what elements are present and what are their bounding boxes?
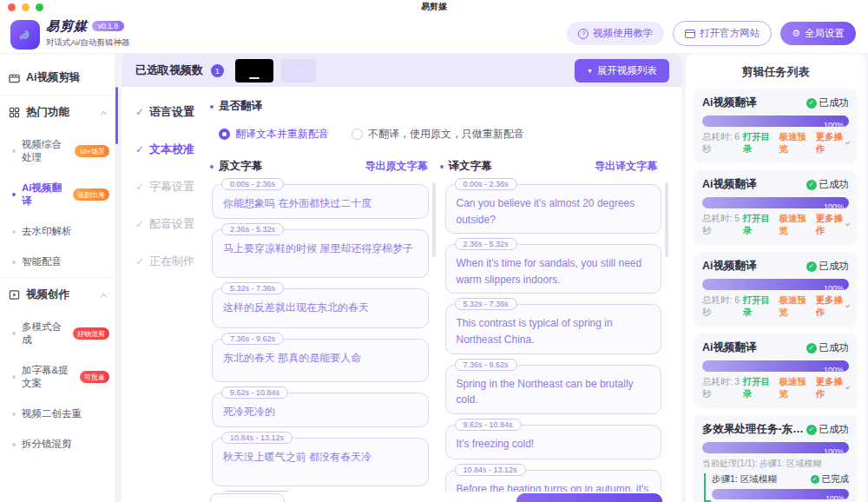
- task-card: Ai视频翻译 ✓ 已成功 100% 总耗时: 5 秒 打开目录 极速预览 更多操…: [694, 170, 857, 244]
- app-tagline: 对话式Ai/自动剪辑神器: [46, 37, 130, 49]
- chevron-down-icon: [845, 140, 850, 144]
- scrollbar[interactable]: [665, 182, 668, 257]
- sidebar-item-video-processing[interactable]: 视频综合处理 10+场景: [0, 129, 115, 173]
- step-language-settings[interactable]: ✓ 语言设置: [135, 104, 205, 120]
- bullet-dot: [12, 413, 16, 416]
- source-subtitle-card[interactable]: 5.32s - 7.36s 这样的反差就出现在东北的春天: [212, 288, 429, 328]
- sidebar-item-ai-video-translate[interactable]: Ai视频翻译 短剧出海: [0, 173, 115, 216]
- video-thumbnail[interactable]: [235, 59, 273, 83]
- window-title: 易剪媒: [0, 1, 868, 13]
- step-label: 字幕设置: [149, 179, 194, 195]
- open-directory-link[interactable]: 打开目录: [743, 376, 773, 400]
- gear-icon: ⚙: [792, 29, 800, 38]
- expand-video-list-label: 展开视频列表: [597, 64, 657, 77]
- open-directory-link[interactable]: 打开目录: [743, 294, 773, 319]
- more-actions-link[interactable]: 更多操作: [815, 213, 849, 237]
- more-actions-link[interactable]: 更多操作: [815, 131, 849, 155]
- target-subtitle-card[interactable]: 9.62s - 10.84s It's freezing cold!: [445, 425, 662, 459]
- step-dubbing-settings[interactable]: ✓ 配音设置: [135, 216, 205, 232]
- progress-value: 100%: [824, 121, 844, 129]
- step-producing[interactable]: ✓ 正在制作: [135, 254, 205, 269]
- open-directory-link[interactable]: 打开目录: [743, 213, 773, 237]
- progress-value: 100%: [825, 494, 845, 502]
- substep-label: 步骤1: 区域模糊: [712, 473, 777, 485]
- feature-badge: 短剧出海: [73, 188, 109, 201]
- export-target-subtitles-link[interactable]: 导出译文字幕: [595, 159, 657, 174]
- target-subtitle-card[interactable]: 2.36s - 5.32s When it's time for sandals…: [445, 244, 662, 294]
- task-status: 已成功: [819, 341, 850, 354]
- progress-bar: 100%: [702, 442, 849, 453]
- target-subtitle-card[interactable]: 5.32s - 7.36s This contrast is typical o…: [445, 304, 662, 353]
- source-subtitle-card[interactable]: 10.84s - 13.12s 秋天没上暖气之前 都没有春天冷: [212, 438, 429, 486]
- quick-preview-link[interactable]: 极速预览: [779, 213, 809, 237]
- sidebar-item-ai-video-edit[interactable]: Ai视频剪辑: [0, 61, 115, 95]
- more-actions-label: 更多操作: [815, 294, 844, 319]
- progress-bar: 100%: [702, 360, 849, 372]
- source-subtitle-card[interactable]: 9.62s - 10.84s 死冷死冷的: [212, 393, 429, 427]
- sidebar-item-smart-dubbing[interactable]: 智能配音: [0, 247, 115, 277]
- grid-icon: [9, 107, 20, 118]
- radio-translate-and-redub[interactable]: 翻译文本并重新配音: [219, 127, 329, 142]
- radio-unselected-icon: [352, 129, 363, 140]
- video-thumbnail-placeholder[interactable]: ···: [281, 59, 316, 83]
- target-subtitle-card[interactable]: 10.84s - 13.12s Before the heating turns…: [445, 470, 662, 492]
- source-subtitle-card[interactable]: 2.36s - 5.32s 马上要穿凉鞋的时候 屋里却还得穿棉梦子: [212, 229, 429, 278]
- bullet-dot: [12, 230, 16, 234]
- time-range-badge: 9.62s - 10.84s: [455, 419, 522, 431]
- sidebar-item-label: 视频二创去重: [22, 407, 82, 420]
- sidebar-item-watermark-removal[interactable]: 去水印解析: [0, 216, 115, 247]
- progress-bar: 100%: [702, 279, 849, 290]
- scrollbar[interactable]: [432, 182, 436, 257]
- more-actions-link[interactable]: 更多操作: [815, 376, 849, 400]
- more-actions-label: 更多操作: [815, 131, 844, 155]
- radio-no-translate[interactable]: 不翻译，使用原文，只做重新配音: [352, 127, 524, 142]
- target-subtitle-card[interactable]: 0.00s - 2.36s Can you believe it's almos…: [445, 184, 662, 234]
- task-elapsed: 总耗时: 6 秒: [702, 294, 743, 319]
- chevron-down-icon: [845, 221, 850, 226]
- scrollbar-indicator[interactable]: [115, 87, 118, 144]
- step-text-proofread[interactable]: ✓ 文本校准: [135, 142, 205, 157]
- selected-count-label: 已选取视频数: [135, 63, 203, 78]
- quick-preview-link[interactable]: 极速预览: [779, 376, 809, 400]
- feature-badge: 好物混剪: [73, 327, 109, 340]
- task-elapsed: 总耗时: 6 秒: [702, 131, 743, 155]
- source-subtitle-card[interactable]: 7.36s - 9.62s 东北的春天 那真的是能要人命: [212, 339, 429, 382]
- task-substep: 步骤1: 区域模糊 ✓ 已完成 100%: [704, 473, 849, 501]
- translate-question-label: 是否翻译: [210, 99, 669, 114]
- task-card: Ai视频翻译 ✓ 已成功 100% 总耗时: 3 秒 打开目录 极速预览 更多操…: [694, 334, 857, 407]
- more-actions-link[interactable]: 更多操作: [815, 294, 849, 319]
- confirm-next-step-button[interactable]: 确认内容无误 下一步: [516, 493, 662, 502]
- more-actions-label: 更多操作: [815, 213, 844, 237]
- version-badge: v0.1.8: [92, 21, 124, 31]
- sidebar-item-dedup-recreate[interactable]: 视频二创去重: [0, 399, 115, 429]
- task-status: 已成功: [819, 423, 850, 436]
- sidebar-item-label: 视频综合处理: [22, 138, 71, 164]
- export-source-subtitles-link[interactable]: 导出原文字幕: [365, 159, 428, 174]
- subtitle-text: 东北的春天 那真的是能要人命: [223, 350, 419, 367]
- success-check-icon: ✓: [806, 261, 817, 272]
- bullet-dot: [12, 261, 16, 264]
- target-subtitles-column: 0.00s - 2.36s Can you believe it's almos…: [444, 175, 670, 492]
- sidebar-group-hot-functions[interactable]: 热门功能: [0, 95, 115, 129]
- translate-question-text: 是否翻译: [219, 99, 262, 114]
- sidebar-item-subtitle-copywriting[interactable]: 加字幕&提文案 可批量: [0, 355, 115, 399]
- time-range-badge: 5.32s - 7.36s: [221, 282, 284, 294]
- global-settings-button[interactable]: ⚙ 全局设置: [780, 22, 856, 45]
- subtitle-text: 死冷死冷的: [223, 404, 419, 420]
- expand-video-list-button[interactable]: ▼ 展开视频列表: [575, 59, 669, 83]
- tutorial-button[interactable]: ? 视频使用教学: [567, 22, 664, 45]
- target-subtitle-card[interactable]: 7.36s - 9.62s Spring in the Northeast ca…: [445, 365, 662, 414]
- sidebar-item-multimode-compose[interactable]: 多模式合成 好物混剪: [0, 312, 115, 355]
- main-panel: 已选取视频数 1 ··· ▼ 展开视频列表 ✓ 语言设置 ✓ 文本校准: [122, 54, 681, 502]
- quick-preview-link[interactable]: 极速预览: [779, 294, 809, 319]
- time-range-badge: 9.62s - 10.84s: [221, 386, 288, 399]
- official-website-button[interactable]: 打开官方网站: [673, 21, 772, 46]
- sidebar-group-video-creation[interactable]: 视频创作: [0, 277, 115, 312]
- source-subtitle-card[interactable]: 0.00s - 2.36s 你能想象吗 在外面都快过二十度: [212, 184, 429, 219]
- quick-preview-link[interactable]: 极速预览: [779, 131, 809, 155]
- sidebar-item-shot-split-mix[interactable]: 拆分镜混剪: [0, 429, 115, 459]
- open-directory-link[interactable]: 打开目录: [743, 131, 773, 155]
- radio-selected-icon: [219, 129, 230, 140]
- retranslate-button[interactable]: 重新翻译: [210, 493, 285, 502]
- step-subtitle-settings[interactable]: ✓ 字幕设置: [135, 179, 205, 195]
